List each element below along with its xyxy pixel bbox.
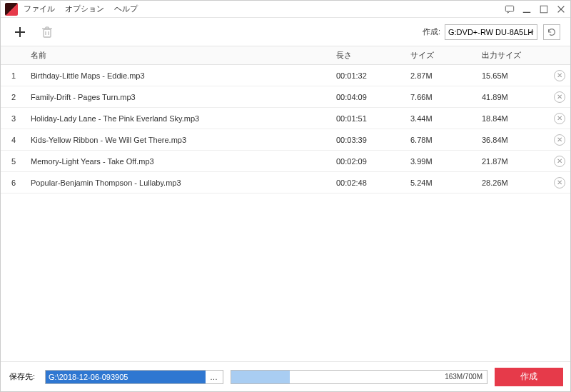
add-button[interactable] (11, 23, 29, 41)
table-row[interactable]: 2Family-Drift - Pages Turn.mp300:04:097.… (1, 86, 570, 108)
row-length: 00:03:39 (332, 136, 406, 144)
save-path-value: G:\2018-12-06-093905 (46, 371, 206, 383)
feedback-icon[interactable] (505, 4, 515, 14)
row-index: 1 (1, 71, 26, 80)
row-index: 3 (1, 114, 26, 123)
close-icon[interactable] (556, 4, 566, 14)
create-button[interactable]: 作成 (495, 368, 563, 386)
save-path-field[interactable]: G:\2018-12-06-093905 … (45, 370, 223, 384)
row-name: Family-Drift - Pages Turn.mp3 (26, 93, 332, 101)
row-index: 5 (1, 157, 26, 166)
table-body: 1Birthday-Little Maps - Eddie.mp300:01:3… (1, 65, 570, 361)
row-output: 41.89M (477, 93, 549, 101)
row-length: 00:01:51 (332, 114, 406, 123)
capacity-bar-fill (231, 371, 290, 383)
row-output: 21.87M (477, 157, 549, 166)
svg-rect-2 (540, 6, 547, 13)
col-length[interactable]: 長さ (332, 50, 406, 61)
row-size: 5.24M (406, 179, 477, 187)
row-length: 00:04:09 (332, 93, 406, 101)
menu-help[interactable]: ヘルプ (114, 4, 138, 14)
svg-rect-7 (44, 29, 51, 37)
row-remove-icon[interactable]: ✕ (554, 134, 565, 146)
drive-select[interactable]: G:DVD+-RW DU-8A5LH (445, 24, 537, 40)
capacity-text: 163M/700M (440, 373, 487, 381)
table-header: 名前 長さ サイズ 出力サイズ (1, 46, 570, 65)
row-output: 18.84M (477, 114, 549, 123)
row-name: Birthday-Little Maps - Eddie.mp3 (26, 71, 332, 80)
row-size: 6.78M (406, 136, 477, 144)
row-remove-icon[interactable]: ✕ (554, 70, 565, 81)
save-to-label: 保存先: (8, 371, 38, 382)
menu-options[interactable]: オプション (65, 4, 104, 14)
row-remove-icon[interactable]: ✕ (554, 156, 565, 167)
table-row[interactable]: 3Holiday-Lady Lane - The Pink Everland S… (1, 108, 570, 129)
window-controls (505, 4, 566, 14)
create-to-label: 作成: (423, 26, 440, 37)
row-output: 28.26M (477, 179, 549, 187)
refresh-button[interactable] (543, 24, 560, 40)
table-row[interactable]: 4Kids-Yellow Ribbon - We Will Get There.… (1, 129, 570, 151)
browse-button[interactable]: … (206, 373, 223, 381)
row-length: 00:01:32 (332, 71, 406, 80)
row-size: 3.99M (406, 157, 477, 166)
row-size: 2.87M (406, 71, 477, 80)
file-table: 名前 長さ サイズ 出力サイズ 1Birthday-Little Maps - … (1, 46, 570, 361)
table-row[interactable]: 1Birthday-Little Maps - Eddie.mp300:01:3… (1, 65, 570, 86)
row-index: 2 (1, 93, 26, 101)
row-name: Holiday-Lady Lane - The Pink Everland Sk… (26, 114, 332, 123)
row-length: 00:02:48 (332, 179, 406, 187)
app-logo-icon (5, 3, 18, 16)
title-bar: ファイル オプション ヘルプ (1, 1, 570, 18)
table-row[interactable]: 6Popular-Benjamin Thompson - Lullaby.mp3… (1, 172, 570, 194)
row-name: Popular-Benjamin Thompson - Lullaby.mp3 (26, 179, 332, 187)
app-window: ファイル オプション ヘルプ 作成: G:DVD+-RW DU-8A5LH (0, 0, 571, 392)
row-size: 7.66M (406, 93, 477, 101)
main-menu: ファイル オプション ヘルプ (24, 4, 138, 14)
minimize-icon[interactable] (522, 4, 532, 14)
toolbar: 作成: G:DVD+-RW DU-8A5LH (1, 18, 570, 46)
col-size[interactable]: サイズ (406, 50, 477, 61)
row-output: 36.84M (477, 136, 549, 144)
footer-bar: 保存先: G:\2018-12-06-093905 … 163M/700M 作成 (1, 361, 570, 391)
row-remove-icon[interactable]: ✕ (554, 113, 565, 124)
capacity-bar: 163M/700M (231, 370, 487, 384)
table-row[interactable]: 5Memory-Light Years - Take Off.mp300:02:… (1, 151, 570, 172)
row-length: 00:02:09 (332, 157, 406, 166)
delete-button[interactable] (38, 23, 56, 41)
row-index: 6 (1, 179, 26, 187)
row-remove-icon[interactable]: ✕ (554, 91, 565, 103)
row-output: 15.65M (477, 71, 549, 80)
drive-select-value: G:DVD+-RW DU-8A5LH (448, 28, 533, 36)
col-output[interactable]: 出力サイズ (477, 50, 549, 61)
maximize-icon[interactable] (539, 4, 549, 14)
col-name[interactable]: 名前 (26, 50, 332, 61)
menu-file[interactable]: ファイル (24, 4, 55, 14)
row-remove-icon[interactable]: ✕ (554, 177, 565, 189)
row-index: 4 (1, 136, 26, 144)
row-name: Kids-Yellow Ribbon - We Will Get There.m… (26, 136, 332, 144)
row-name: Memory-Light Years - Take Off.mp3 (26, 157, 332, 166)
row-size: 3.44M (406, 114, 477, 123)
svg-rect-0 (505, 6, 513, 11)
